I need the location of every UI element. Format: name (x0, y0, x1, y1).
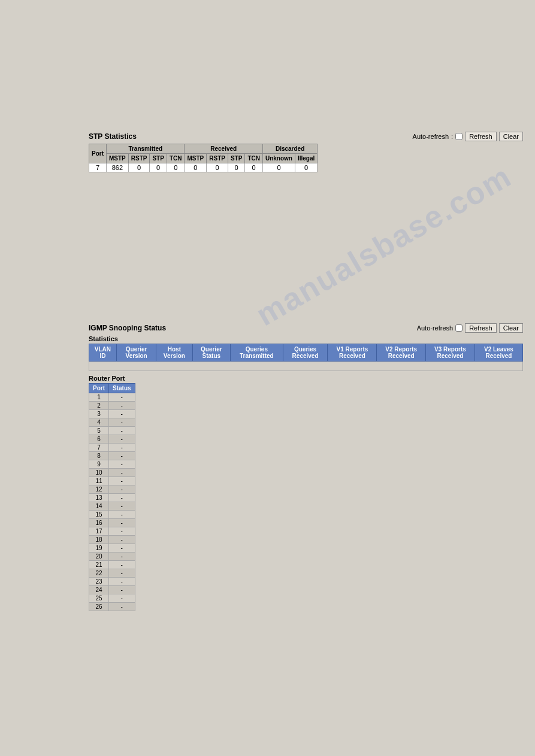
router-port-row: 17- (89, 527, 135, 536)
rp-port-header: Port (89, 384, 109, 393)
router-port-row: 15- (89, 511, 135, 519)
router-port-row: 26- (89, 603, 135, 611)
stp-disc-illegal: Illegal (295, 154, 317, 163)
router-port-row: 21- (89, 561, 135, 569)
igmp-title: IGMP Snooping Status (89, 324, 166, 332)
router-port-row: 22- (89, 569, 135, 578)
igmp-auto-refresh-checkbox[interactable] (455, 324, 463, 332)
router-port-row: 11- (89, 477, 135, 485)
stp-rx-tcn: TCN (245, 154, 263, 163)
stp-tx-mstp: MSTP (107, 154, 129, 163)
stp-auto-refresh-colon: : (451, 133, 453, 140)
router-port-row: 5- (89, 427, 135, 435)
router-port-row: 10- (89, 469, 135, 477)
igmp-empty-row (89, 362, 523, 371)
router-port-row: 7- (89, 444, 135, 452)
stp-panel: STP Statistics Auto-refresh : Refresh Cl… (89, 132, 523, 172)
router-port-row: 12- (89, 485, 135, 494)
igmp-statistics-label: Statistics (89, 335, 523, 342)
rp-status-header: Status (109, 384, 135, 393)
router-port-row: 13- (89, 494, 135, 502)
router-port-row: 14- (89, 502, 135, 511)
router-port-row: 4- (89, 418, 135, 427)
stp-received-header: Received (185, 144, 262, 154)
igmp-clear-button[interactable]: Clear (499, 323, 523, 333)
stp-rx-mstp: MSTP (185, 154, 207, 163)
stp-col-port: Port (89, 144, 107, 163)
stp-auto-refresh-checkbox[interactable] (455, 133, 463, 140)
stp-refresh-button[interactable]: Refresh (465, 132, 497, 141)
router-port-row: 8- (89, 452, 135, 460)
stp-discarded-header: Discarded (262, 144, 317, 154)
router-port-row: 1- (89, 393, 135, 402)
stp-tx-rstp: RSTP (128, 154, 150, 163)
stp-auto-refresh-row: Auto-refresh : Refresh Clear (413, 132, 523, 141)
router-port-row: 20- (89, 552, 135, 561)
stp-transmitted-header: Transmitted (107, 144, 185, 154)
router-port-row: 2- (89, 402, 135, 410)
stp-rx-rstp: RSTP (207, 154, 228, 163)
router-port-row: 18- (89, 536, 135, 544)
stp-auto-refresh-label: Auto-refresh (413, 133, 449, 140)
router-port-row: 6- (89, 435, 135, 444)
stp-disc-unknown: Unknown (262, 154, 295, 163)
router-port-row: 3- (89, 410, 135, 418)
router-port-row: 19- (89, 544, 135, 552)
stp-rx-stp: STP (228, 154, 244, 163)
router-port-table: Port Status 1-2-3-4-5-6-7-8-9-10-11-12-1… (89, 383, 135, 611)
router-port-row: 23- (89, 578, 135, 586)
router-port-row: 24- (89, 586, 135, 594)
router-port-label: Router Port (89, 375, 523, 382)
stp-clear-button[interactable]: Clear (499, 132, 523, 141)
router-port-row: 16- (89, 519, 135, 527)
igmp-auto-refresh-row: Auto-refresh Refresh Clear (417, 323, 523, 333)
table-row: 7862000000000 (89, 163, 318, 172)
igmp-auto-refresh-label: Auto-refresh (417, 324, 454, 332)
watermark: manualsbase.com (250, 158, 517, 333)
stp-tx-tcn: TCN (167, 154, 185, 163)
stp-title: STP Statistics (89, 132, 137, 141)
stp-table: Port Transmitted Received Discarded MSTP… (89, 144, 318, 172)
router-port-row: 25- (89, 594, 135, 603)
stp-tx-stp: STP (150, 154, 167, 163)
igmp-statistics-table: VLAN IDQuerier VersionHost VersionQuerie… (89, 344, 523, 371)
igmp-refresh-button[interactable]: Refresh (465, 323, 497, 333)
router-port-row: 9- (89, 460, 135, 469)
igmp-panel: IGMP Snooping Status Auto-refresh Refres… (89, 323, 523, 611)
